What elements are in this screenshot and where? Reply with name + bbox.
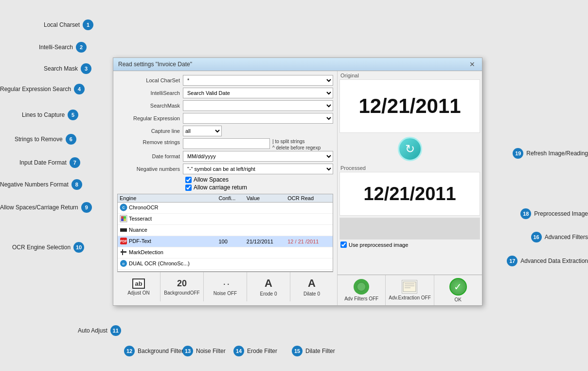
annotation-11: Auto Adjust 11 [78, 325, 121, 336]
adjust-icon: ab [132, 278, 144, 289]
confidence-col-header: Confi... [216, 194, 244, 203]
svg-text:PDF: PDF [120, 240, 127, 243]
right-panel: Original 12/21/2011 ↻ Processed 12/21/20… [337, 71, 482, 305]
engine-cell: MarkDetection [118, 247, 216, 259]
dialog-close-button[interactable]: ✕ [467, 60, 477, 68]
background-filter-button[interactable]: 20 BackgroundOFF [160, 272, 204, 301]
table-row[interactable]: MarkDetection [118, 247, 333, 259]
svg-rect-5 [121, 219, 124, 221]
date-format-label: Date format [117, 153, 183, 159]
remove-strings-row: Remove strings | to split strings ^ dele… [117, 138, 333, 149]
date-format-select[interactable]: MM/dd/yyyy [183, 151, 333, 162]
search-mask-label: SearchMask [117, 103, 183, 109]
allow-spaces-label: Allow Spaces [194, 176, 229, 183]
engine-table-container: Engine Confi... Value OCR Read C [117, 194, 333, 272]
adv-extraction-icon [402, 280, 417, 294]
ocr-read-col-header: OCR Read [285, 194, 333, 203]
annotation-16: Advanced Filters 16 [531, 232, 588, 242]
dialog-title-text: Read settings "Invoice Date" [118, 61, 192, 68]
negative-numbers-label: Negative numbers [117, 166, 183, 172]
table-row[interactable]: Tesseract [118, 214, 333, 225]
dilate-filter-button[interactable]: A Dilate 0 [290, 272, 333, 301]
regular-expression-label: Regular Expression [117, 115, 183, 121]
allow-spaces-row: Allow Spaces [185, 176, 333, 183]
svg-rect-10 [121, 251, 126, 253]
intelli-search-select[interactable]: Search Valid Date [183, 88, 333, 98]
noise-filter-button[interactable]: · · Noise OFF [204, 272, 247, 301]
annotation-12: 12 Background Filter [124, 346, 183, 356]
negative-numbers-select[interactable]: "-" symbol can be at left/right [183, 164, 333, 174]
engine-cell: PDF PDF-Text [118, 236, 216, 247]
allow-carriage-row: Allow carriage return [185, 184, 333, 191]
noise-icon: · · [221, 278, 229, 289]
intelli-search-row: IntelliSearch Search Valid Date [117, 88, 333, 98]
use-preprocessed-checkbox[interactable] [340, 241, 347, 248]
capture-line-row: Capture line all [117, 126, 333, 136]
markdetection-icon [120, 248, 127, 256]
svg-rect-3 [121, 216, 124, 219]
svg-rect-11 [122, 249, 123, 255]
svg-rect-4 [124, 216, 126, 219]
adv-filters-button[interactable]: Adv Filters OFF [338, 275, 386, 305]
background-icon: 20 [177, 278, 187, 289]
refresh-area: ↻ [338, 134, 482, 164]
capture-line-select[interactable]: all [183, 126, 222, 136]
remove-strings-input[interactable] [183, 138, 270, 149]
svg-rect-6 [124, 219, 126, 221]
ok-button[interactable]: ✓ OK [434, 275, 482, 305]
intelli-search-label: IntelliSearch [117, 90, 183, 96]
svg-rect-15 [403, 282, 416, 292]
regular-expression-select[interactable] [183, 113, 333, 124]
table-row[interactable]: PDF PDF-Text 100 21/12/2011 12 / 21 /201… [118, 236, 333, 247]
chronoocr-icon: C [120, 204, 127, 211]
annotation-18: Preprocessed Image 18 [520, 208, 588, 219]
value-col-header: Value [245, 194, 285, 203]
annotation-13: 13 Noise Filter [182, 346, 226, 356]
annotation-1: Local Charset 1 [44, 19, 93, 30]
adjust-button[interactable]: ab Adjust ON [117, 272, 160, 301]
original-label: Original [338, 71, 482, 78]
dialog-title-bar: Read settings "Invoice Date" ✕ [113, 58, 482, 71]
use-preprocessed-label: Use preprocessed image [349, 242, 408, 248]
table-row[interactable]: Nuance [118, 225, 333, 236]
original-image-box: 12/21/2011 [339, 79, 480, 133]
right-bottom-toolbar: Adv Filters OFF Adv.Extraction OFF ✓ OK [338, 275, 482, 305]
tesseract-icon [120, 215, 127, 223]
refresh-icon: ↻ [405, 142, 415, 156]
allow-carriage-checkbox[interactable] [185, 185, 192, 191]
search-mask-select[interactable] [183, 100, 333, 111]
engine-cell: Tesseract [118, 214, 216, 225]
remove-strings-label: Remove strings [117, 138, 183, 145]
svg-text:C: C [122, 206, 125, 209]
table-row[interactable]: C ChronoOCR [118, 203, 333, 214]
erode-filter-button[interactable]: A Erode 0 [247, 272, 290, 301]
svg-point-14 [357, 282, 366, 291]
annotation-14: 14 Erode Filter [233, 346, 277, 356]
allow-spaces-checkbox[interactable] [185, 177, 192, 183]
dilate-icon: A [308, 277, 316, 290]
ok-icon: ✓ [449, 278, 467, 296]
bottom-toolbar: ab Adjust ON 20 BackgroundOFF · · Noise … [117, 272, 333, 301]
engine-col-header: Engine [118, 194, 216, 203]
negative-numbers-row: Negative numbers "-" symbol can be at le… [117, 164, 333, 174]
adv-filters-icon [354, 279, 369, 295]
processed-date-text: 12/21/2011 [363, 184, 456, 204]
remove-hint: | to split strings ^ delete before regex… [272, 138, 333, 151]
dualocr-icon: D [120, 260, 127, 267]
use-preprocessed-row: Use preprocessed image [338, 241, 482, 249]
adv-extraction-button[interactable]: Adv.Extraction OFF [386, 275, 434, 305]
preprocessed-image-box [339, 218, 480, 240]
refresh-button[interactable]: ↻ [398, 137, 422, 161]
processed-label: Processed [338, 164, 482, 171]
svg-rect-7 [120, 228, 127, 232]
local-charset-select[interactable]: * [183, 75, 333, 86]
table-row[interactable]: D DUAL OCR (ChronoSc...) [118, 259, 333, 270]
annotation-8: Negative Numbers Format 8 [0, 179, 82, 190]
local-charset-row: Local CharSet * [117, 75, 333, 86]
annotation-6: Strings to Remove 6 [15, 134, 76, 145]
annotation-2: Intelli-Search 2 [39, 42, 87, 53]
erode-icon: A [265, 277, 272, 290]
engine-cell: C ChronoOCR [118, 203, 216, 214]
svg-text:D: D [123, 262, 125, 265]
engine-cell: Nuance [118, 225, 216, 236]
